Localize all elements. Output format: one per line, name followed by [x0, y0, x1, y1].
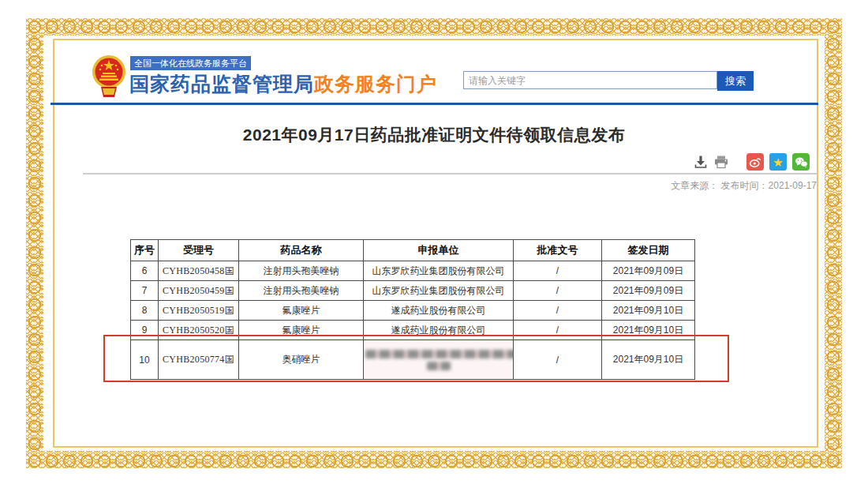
table-row-highlighted: 10 CYHB2050774国 奥硝唑片 / 2021年09月10日: [131, 340, 695, 380]
cell-drug: 氟康唑片: [239, 321, 364, 340]
cell-approval: /: [514, 261, 602, 281]
page: 全国一体化在线政务服务平台 国家药品监督管理局政务服务门户 搜索 2021年09…: [0, 0, 868, 484]
col-header-drug: 药品名称: [239, 240, 364, 261]
cell-drug: 注射用头孢美唑钠: [239, 261, 364, 281]
qzone-share-icon[interactable]: ★: [769, 153, 787, 171]
search-button[interactable]: 搜索: [717, 71, 754, 91]
cell-no: 6: [131, 261, 159, 281]
redacted-text: [427, 362, 451, 370]
cell-applicant: 遂成药业股份有限公司: [364, 301, 514, 321]
cell-date: 2021年09月10日: [602, 321, 695, 340]
cell-approval: /: [514, 321, 602, 340]
cell-acceptance: CYHB2050519国: [159, 301, 239, 321]
page-title: 2021年09月17日药品批准证明文件待领取信息发布: [0, 124, 868, 146]
cell-approval: /: [514, 301, 602, 321]
cell-no: 9: [131, 321, 159, 340]
article-toolbar: ★: [694, 153, 810, 171]
cell-drug: 奥硝唑片: [239, 340, 364, 380]
cell-drug: 注射用头孢美唑钠: [239, 281, 364, 301]
col-header-acceptance: 受理号: [159, 240, 239, 261]
redacted-text: [365, 350, 514, 358]
article-source: 文章来源：: [671, 180, 718, 191]
cell-applicant: 遂成药业股份有限公司: [364, 321, 514, 340]
toolbar-divider: [83, 173, 817, 174]
col-header-no: 序号: [131, 240, 159, 261]
article-meta: 文章来源： 发布时间：2021-09-17: [671, 179, 817, 193]
cell-applicant: 山东罗欣药业集团股份有限公司: [364, 281, 514, 301]
col-header-date: 签发日期: [602, 240, 695, 261]
table-row: 6 CYHB2050458国 注射用头孢美唑钠 山东罗欣药业集团股份有限公司 /…: [131, 261, 695, 281]
table-header-row: 序号 受理号 药品名称 申报单位 批准文号 签发日期: [131, 240, 695, 261]
cell-acceptance: CYHB2050774国: [159, 340, 239, 380]
cell-approval: /: [514, 340, 602, 380]
weibo-share-icon[interactable]: [746, 153, 764, 171]
platform-badge: 全国一体化在线政务服务平台: [130, 56, 251, 70]
cell-drug: 氟康唑片: [239, 301, 364, 321]
cell-acceptance: CYHB2050459国: [159, 281, 239, 301]
cell-applicant-redacted: [364, 340, 514, 380]
cell-date: 2021年09月09日: [602, 261, 695, 281]
print-icon[interactable]: [713, 155, 729, 169]
cell-date: 2021年09月10日: [602, 301, 695, 321]
table-row: 7 CYHB2050459国 注射用头孢美唑钠 山东罗欣药业集团股份有限公司 /…: [131, 281, 695, 301]
approvals-table-wrap: 序号 受理号 药品名称 申报单位 批准文号 签发日期 6 CYHB2050458…: [130, 239, 695, 380]
cell-acceptance: CYHB2050458国: [159, 261, 239, 281]
table-row: 9 CYHB2050520国 氟康唑片 遂成药业股份有限公司 / 2021年09…: [131, 321, 695, 340]
search-input[interactable]: [463, 71, 717, 89]
download-icon[interactable]: [694, 155, 708, 169]
cell-acceptance: CYHB2050520国: [159, 321, 239, 340]
cell-no: 10: [131, 340, 159, 380]
cell-applicant: 山东罗欣药业集团股份有限公司: [364, 261, 514, 281]
article-publish-time: 发布时间：2021-09-17: [721, 180, 817, 191]
site-title: 国家药品监督管理局政务服务门户: [129, 71, 437, 97]
cell-date: 2021年09月09日: [602, 281, 695, 301]
portal-name: 政务服务门户: [314, 73, 437, 95]
site-name: 国家药品监督管理局: [129, 73, 314, 95]
header-rule: [51, 103, 818, 105]
col-header-applicant: 申报单位: [364, 240, 514, 261]
cell-approval: /: [514, 281, 602, 301]
cell-date: 2021年09月10日: [602, 340, 695, 380]
cell-no: 7: [131, 281, 159, 301]
table-row: 8 CYHB2050519国 氟康唑片 遂成药业股份有限公司 / 2021年09…: [131, 301, 695, 321]
approvals-table: 序号 受理号 药品名称 申报单位 批准文号 签发日期 6 CYHB2050458…: [130, 239, 695, 380]
wechat-share-icon[interactable]: [792, 153, 810, 171]
col-header-approval: 批准文号: [514, 240, 602, 261]
national-emblem-logo: [92, 54, 126, 99]
cell-no: 8: [131, 301, 159, 321]
